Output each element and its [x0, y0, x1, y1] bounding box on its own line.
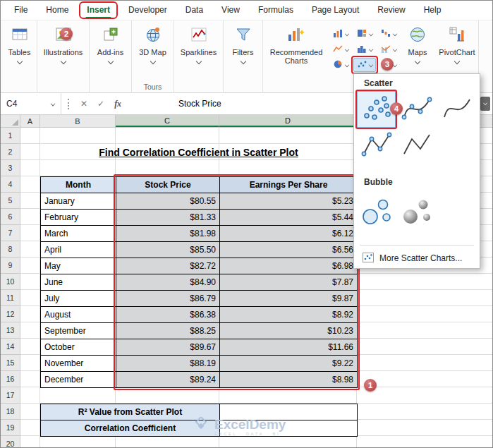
correlation-value-cell[interactable]	[220, 420, 358, 437]
value-cell[interactable]: $5.44	[220, 210, 358, 226]
month-cell[interactable]: December	[41, 372, 116, 388]
value-cell[interactable]: $6.12	[220, 226, 358, 242]
table-header-cell[interactable]: Stock Price	[116, 177, 220, 193]
value-cell[interactable]: $9.22	[220, 356, 358, 372]
bubble-option[interactable]	[357, 192, 396, 236]
table-header-cell[interactable]: Month	[41, 177, 116, 193]
column-header-D[interactable]: D	[219, 115, 357, 127]
insert-column-chart-button[interactable]	[329, 27, 352, 41]
value-cell[interactable]: $11.66	[220, 339, 358, 356]
ribbon-tab-page-layout[interactable]: Page Layout	[303, 1, 368, 20]
value-cell[interactable]: $89.67	[116, 339, 220, 356]
table-header-cell[interactable]: Earnings Per Share	[220, 177, 358, 193]
row-header-19[interactable]: 19	[1, 420, 20, 436]
enter-icon[interactable]: ✓	[92, 99, 109, 109]
row-header-6[interactable]: 6	[1, 209, 20, 225]
insert-line-chart-button[interactable]	[329, 42, 352, 56]
select-all-corner[interactable]	[1, 115, 20, 128]
insert-waterfall-chart-button[interactable]	[377, 27, 400, 41]
scatter-straight-lines-option[interactable]	[397, 128, 436, 164]
cancel-icon[interactable]: ✕	[75, 99, 92, 109]
value-cell[interactable]: $9.87	[220, 291, 358, 307]
row-header-7[interactable]: 7	[1, 225, 20, 241]
row-header-18[interactable]: 18	[1, 404, 20, 420]
insert-hierarchy-chart-button[interactable]	[353, 27, 376, 41]
value-cell[interactable]: $8.92	[220, 307, 358, 323]
row-header-3[interactable]: 3	[1, 160, 20, 176]
value-cell[interactable]: $5.23	[220, 193, 358, 210]
value-cell[interactable]: $86.79	[116, 291, 220, 307]
row-header-5[interactable]: 5	[1, 193, 20, 209]
more-scatter-charts-item[interactable]: More Scatter Charts...	[354, 249, 480, 267]
value-cell[interactable]: $84.90	[116, 274, 220, 291]
value-cell[interactable]: $7.87	[220, 274, 358, 291]
insert-pie-chart-button[interactable]	[329, 58, 352, 72]
value-cell[interactable]: $6.98	[220, 258, 358, 274]
month-cell[interactable]: October	[41, 339, 116, 356]
ribbon-tab-review[interactable]: Review	[368, 1, 414, 20]
month-cell[interactable]: January	[41, 193, 116, 210]
month-cell[interactable]: July	[41, 291, 116, 307]
r2-label-cell[interactable]: R² Value from Scatter Plot	[41, 404, 220, 420]
scatter-smooth-lines-option[interactable]	[437, 91, 476, 128]
value-cell[interactable]: $8.98	[220, 372, 358, 388]
row-header-11[interactable]: 11	[1, 290, 20, 306]
month-cell[interactable]: November	[41, 356, 116, 372]
add-ins-button[interactable]: Add-ins	[90, 20, 131, 93]
value-cell[interactable]: $10.23	[220, 323, 358, 339]
value-cell[interactable]: $80.55	[116, 193, 220, 210]
ribbon-tab-file[interactable]: File	[5, 1, 37, 20]
value-cell[interactable]: $89.24	[116, 372, 220, 388]
value-cell[interactable]: $81.98	[116, 226, 220, 242]
value-cell[interactable]: $86.38	[116, 307, 220, 323]
row-header-4[interactable]: 4	[1, 176, 20, 193]
recommended-charts-button[interactable]: Recommended Charts	[263, 20, 329, 93]
column-header-A[interactable]: A	[20, 115, 40, 127]
value-cell[interactable]: $81.33	[116, 210, 220, 226]
row-header-8[interactable]: 8	[1, 241, 20, 258]
ribbon-tab-insert[interactable]: Insert	[78, 1, 119, 20]
row-header-9[interactable]: 9	[1, 258, 20, 274]
row-header-2[interactable]: 2	[1, 144, 20, 160]
ribbon-tab-data[interactable]: Data	[176, 1, 212, 20]
insert-statistic-chart-button[interactable]	[353, 42, 376, 56]
scatter-straight-markers-option[interactable]	[357, 128, 396, 164]
ribbon-tab-help[interactable]: Help	[415, 1, 451, 20]
value-cell[interactable]: $88.25	[116, 323, 220, 339]
r2-value-cell[interactable]	[220, 404, 358, 420]
value-cell[interactable]: $85.50	[116, 242, 220, 258]
tables-button[interactable]: Tables	[2, 20, 37, 93]
value-cell[interactable]: $82.72	[116, 258, 220, 274]
formula-input[interactable]: Stock Price	[178, 93, 221, 114]
row-header-1[interactable]: 1	[1, 128, 20, 144]
month-cell[interactable]: June	[41, 274, 116, 291]
insert-scatter-chart-button[interactable]	[353, 58, 376, 72]
filters-button[interactable]: Filters	[224, 20, 262, 93]
ribbon-tab-view[interactable]: View	[212, 1, 249, 20]
column-header-B[interactable]: B	[40, 115, 116, 127]
row-header-10[interactable]: 10	[1, 274, 20, 290]
ribbon-tab-formulas[interactable]: Formulas	[249, 1, 303, 20]
row-header-13[interactable]: 13	[1, 322, 20, 339]
row-header-12[interactable]: 12	[1, 306, 20, 322]
ribbon-tab-developer[interactable]: Developer	[119, 1, 176, 20]
formula-bar-expand-button[interactable]	[480, 97, 490, 111]
column-header-C[interactable]: C	[116, 115, 219, 127]
month-cell[interactable]: February	[41, 210, 116, 226]
name-box[interactable]: C4	[1, 93, 61, 114]
row-header-14[interactable]: 14	[1, 339, 20, 355]
row-header-20[interactable]: 20	[1, 436, 20, 448]
row-header-17[interactable]: 17	[1, 387, 20, 404]
ribbon-tab-home[interactable]: Home	[37, 1, 78, 20]
value-cell[interactable]: $88.19	[116, 356, 220, 372]
month-cell[interactable]: August	[41, 307, 116, 323]
month-cell[interactable]: March	[41, 226, 116, 242]
scatter-smooth-markers-option[interactable]	[397, 91, 436, 128]
month-cell[interactable]: September	[41, 323, 116, 339]
sparklines-button[interactable]: Sparklines	[174, 20, 223, 93]
row-header-16[interactable]: 16	[1, 371, 20, 387]
month-cell[interactable]: April	[41, 242, 116, 258]
bubble-3d-option[interactable]	[397, 192, 436, 236]
row-header-15[interactable]: 15	[1, 355, 20, 371]
correlation-label-cell[interactable]: Correlation Coefficient	[41, 420, 220, 437]
